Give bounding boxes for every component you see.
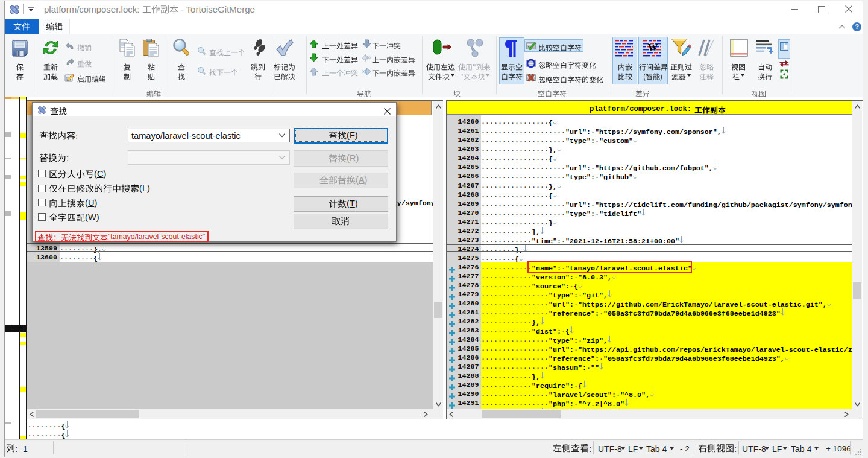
svg-text:W: W [648, 42, 658, 53]
